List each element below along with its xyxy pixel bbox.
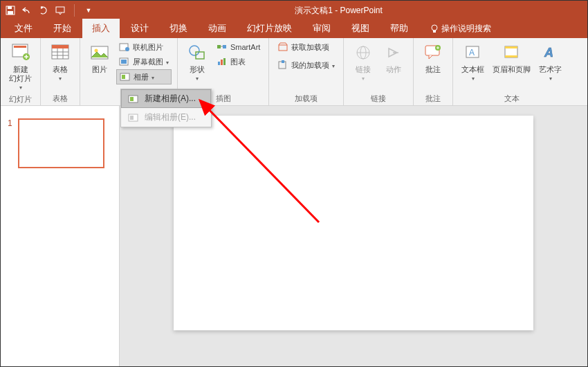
svg-point-16 <box>95 49 98 53</box>
quick-access-toolbar: ▼ <box>5 4 94 17</box>
chevron-down-icon: ▾ <box>549 75 552 82</box>
svg-rect-46 <box>130 97 134 101</box>
action-label: 动作 <box>386 65 401 74</box>
bulb-icon <box>430 24 439 34</box>
album-label: 相册 <box>134 72 149 82</box>
slideshow-start-icon[interactable] <box>55 5 66 16</box>
slide-thumbnail[interactable]: 1 <box>8 118 112 168</box>
undo-icon[interactable] <box>21 5 33 16</box>
group-slides: 新建 幻灯片 ▾ 幻灯片 <box>1 38 41 105</box>
save-icon[interactable] <box>5 5 16 16</box>
tab-home[interactable]: 开始 <box>44 19 81 38</box>
tab-review[interactable]: 审阅 <box>303 19 340 38</box>
svg-rect-20 <box>121 60 127 64</box>
tab-help[interactable]: 帮助 <box>380 19 418 38</box>
new-slide-label: 新建 幻灯片 <box>9 65 32 83</box>
comment-label: 批注 <box>425 65 441 74</box>
svg-rect-28 <box>218 62 220 65</box>
svg-rect-7 <box>14 46 26 48</box>
group-slides-label: 幻灯片 <box>6 92 35 106</box>
screenshot-label: 屏幕截图 <box>133 57 163 67</box>
svg-point-18 <box>125 47 129 51</box>
menu-edit-album-label: 编辑相册(E)... <box>145 111 196 123</box>
online-pictures-icon <box>119 42 130 53</box>
tab-animations[interactable]: 动画 <box>199 19 236 38</box>
window-title: 演示文稿1 - PowerPoint <box>94 5 583 17</box>
chevron-down-icon: ▾ <box>196 75 199 82</box>
get-addins-button[interactable]: 获取加载项 <box>275 40 338 54</box>
header-footer-label: 页眉和页脚 <box>493 65 531 74</box>
group-comments-label: 批注 <box>419 91 447 105</box>
smartart-button[interactable]: SmartArt <box>214 40 263 54</box>
ribbon: 新建 幻灯片 ▾ 幻灯片 表格 ▾ 表格 图片 <box>1 38 587 106</box>
my-addins-button[interactable]: 我的加载项 ▾ <box>275 58 338 72</box>
svg-point-23 <box>190 46 199 55</box>
link-button: 链接 ▾ <box>349 40 377 83</box>
new-slide-icon <box>10 42 32 64</box>
chart-icon <box>217 56 228 67</box>
svg-rect-5 <box>433 30 436 33</box>
svg-point-4 <box>432 25 437 30</box>
svg-rect-47 <box>129 114 138 121</box>
thumbnail-preview <box>18 118 104 168</box>
smartart-label: SmartArt <box>230 43 260 51</box>
svg-rect-25 <box>217 45 221 48</box>
redo-icon[interactable] <box>38 5 49 16</box>
new-slide-button[interactable]: 新建 幻灯片 ▾ <box>6 40 35 92</box>
screenshot-icon <box>119 56 130 67</box>
svg-point-34 <box>357 46 369 59</box>
svg-text:A: A <box>544 46 553 60</box>
addins-icon <box>277 60 288 71</box>
tab-transitions[interactable]: 切换 <box>160 19 197 38</box>
tab-file[interactable]: 文件 <box>5 19 42 38</box>
shapes-button[interactable]: 形状 ▾ <box>183 40 211 83</box>
chevron-down-icon: ▾ <box>166 60 169 66</box>
chart-button[interactable]: 图表 <box>214 55 263 69</box>
tab-insert[interactable]: 插入 <box>82 19 120 38</box>
album-new-icon <box>128 94 139 104</box>
qat-customize-icon[interactable]: ▼ <box>83 5 94 16</box>
svg-rect-42 <box>505 46 517 48</box>
link-icon <box>352 42 374 64</box>
tab-slideshow[interactable]: 幻灯片放映 <box>237 19 302 38</box>
chevron-down-icon: ▾ <box>19 84 22 91</box>
menu-new-album[interactable]: 新建相册(A)... <box>121 89 211 108</box>
smartart-icon <box>217 42 228 53</box>
screenshot-button[interactable]: 屏幕截图 ▾ <box>116 55 172 69</box>
group-links-label: 链接 <box>349 91 407 105</box>
album-button[interactable]: 相册 ▾ <box>116 69 172 84</box>
slide-edit-area[interactable] <box>120 106 587 366</box>
svg-text:A: A <box>469 48 475 57</box>
table-icon <box>49 42 71 64</box>
chevron-down-icon: ▾ <box>59 75 62 82</box>
comment-icon <box>422 42 444 64</box>
svg-rect-43 <box>505 55 517 57</box>
thumbnail-panel[interactable]: 1 <box>1 106 120 366</box>
content-area: 1 <box>1 106 587 366</box>
slide-canvas[interactable] <box>174 116 533 330</box>
title-bar: ▼ 演示文稿1 - PowerPoint <box>1 1 587 20</box>
my-addins-label: 我的加载项 <box>291 60 329 71</box>
pictures-button[interactable]: 图片 <box>86 40 113 75</box>
action-button: 动作 <box>380 40 407 75</box>
tell-me-search[interactable]: 操作说明搜索 <box>425 19 497 38</box>
pictures-label: 图片 <box>92 65 107 74</box>
online-pictures-button[interactable]: 联机图片 <box>116 40 172 54</box>
header-footer-button[interactable]: 页眉和页脚 <box>490 40 533 75</box>
svg-rect-1 <box>8 6 12 9</box>
table-button[interactable]: 表格 ▾ <box>46 40 74 83</box>
textbox-button[interactable]: A 文本框 ▾ <box>459 40 487 83</box>
svg-rect-2 <box>8 11 13 15</box>
chart-label: 图表 <box>230 57 246 67</box>
tab-view[interactable]: 视图 <box>342 19 379 38</box>
wordart-button[interactable]: A 艺术字 ▾ <box>536 40 564 83</box>
svg-point-35 <box>360 46 366 59</box>
svg-rect-30 <box>223 58 226 65</box>
comment-button[interactable]: 批注 <box>419 40 447 75</box>
shapes-label: 形状 <box>190 65 205 74</box>
menu-new-album-label: 新建相册(A)... <box>145 93 196 105</box>
get-addins-label: 获取加载项 <box>291 42 329 53</box>
group-text-label: 文本 <box>459 91 564 105</box>
tab-design[interactable]: 设计 <box>121 19 158 38</box>
chevron-down-icon: ▾ <box>332 63 335 69</box>
